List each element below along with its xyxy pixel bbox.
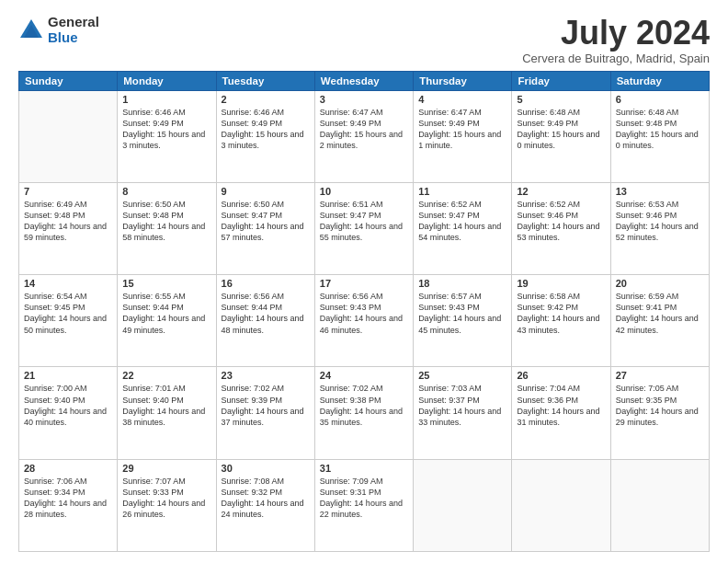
day-info: Sunrise: 6:48 AM Sunset: 9:49 PM Dayligh… [517,107,605,152]
table-row: 29Sunrise: 7:07 AM Sunset: 9:33 PM Dayli… [118,459,216,551]
table-row [512,459,610,551]
calendar-header-row: Sunday Monday Tuesday Wednesday Thursday… [19,71,710,90]
day-number: 1 [122,94,210,105]
table-row: 26Sunrise: 7:04 AM Sunset: 9:36 PM Dayli… [512,367,610,459]
calendar-week-row: 7Sunrise: 6:49 AM Sunset: 9:48 PM Daylig… [19,182,710,274]
day-info: Sunrise: 7:07 AM Sunset: 9:33 PM Dayligh… [122,476,210,521]
day-number: 5 [517,94,605,105]
table-row: 11Sunrise: 6:52 AM Sunset: 9:47 PM Dayli… [414,182,512,274]
day-info: Sunrise: 6:58 AM Sunset: 9:42 PM Dayligh… [517,291,605,336]
day-number: 11 [418,186,506,197]
day-info: Sunrise: 7:03 AM Sunset: 9:37 PM Dayligh… [418,383,506,428]
day-number: 12 [517,186,605,197]
day-info: Sunrise: 7:02 AM Sunset: 9:38 PM Dayligh… [320,383,408,428]
day-number: 4 [418,94,506,105]
header: General Blue July 2024 Cervera de Buitra… [18,15,710,65]
day-info: Sunrise: 7:01 AM Sunset: 9:40 PM Dayligh… [122,383,210,428]
day-info: Sunrise: 6:49 AM Sunset: 9:48 PM Dayligh… [24,199,112,244]
table-row [19,90,118,182]
day-number: 23 [222,370,310,381]
table-row [414,459,512,551]
day-number: 15 [122,278,210,289]
table-row: 22Sunrise: 7:01 AM Sunset: 9:40 PM Dayli… [118,367,216,459]
table-row: 31Sunrise: 7:09 AM Sunset: 9:31 PM Dayli… [314,459,413,551]
table-row: 3Sunrise: 6:47 AM Sunset: 9:49 PM Daylig… [314,90,413,182]
table-row: 12Sunrise: 6:52 AM Sunset: 9:46 PM Dayli… [512,182,610,274]
day-info: Sunrise: 7:08 AM Sunset: 9:32 PM Dayligh… [222,476,310,521]
day-info: Sunrise: 6:52 AM Sunset: 9:47 PM Dayligh… [418,199,506,244]
day-number: 17 [320,278,408,289]
table-row: 21Sunrise: 7:00 AM Sunset: 9:40 PM Dayli… [19,367,118,459]
day-number: 16 [222,278,310,289]
day-number: 21 [24,370,112,381]
table-row: 28Sunrise: 7:06 AM Sunset: 9:34 PM Dayli… [19,459,118,551]
day-number: 26 [517,370,605,381]
table-row: 23Sunrise: 7:02 AM Sunset: 9:39 PM Dayli… [216,367,314,459]
day-number: 29 [122,463,210,474]
day-number: 6 [616,94,704,105]
day-info: Sunrise: 6:50 AM Sunset: 9:47 PM Dayligh… [222,199,310,244]
day-number: 10 [320,186,408,197]
day-info: Sunrise: 6:54 AM Sunset: 9:45 PM Dayligh… [24,291,112,336]
day-number: 9 [222,186,310,197]
table-row: 14Sunrise: 6:54 AM Sunset: 9:45 PM Dayli… [19,275,118,367]
table-row: 5Sunrise: 6:48 AM Sunset: 9:49 PM Daylig… [512,90,610,182]
table-row: 4Sunrise: 6:47 AM Sunset: 9:49 PM Daylig… [414,90,512,182]
day-info: Sunrise: 6:52 AM Sunset: 9:46 PM Dayligh… [517,199,605,244]
logo: General Blue [18,15,99,45]
day-number: 25 [418,370,506,381]
title-block: July 2024 Cervera de Buitrago, Madrid, S… [522,15,710,65]
location: Cervera de Buitrago, Madrid, Spain [522,52,710,65]
day-info: Sunrise: 6:53 AM Sunset: 9:46 PM Dayligh… [616,199,704,244]
day-number: 2 [222,94,310,105]
day-info: Sunrise: 6:47 AM Sunset: 9:49 PM Dayligh… [320,107,408,152]
page: General Blue July 2024 Cervera de Buitra… [0,0,728,563]
calendar-table: Sunday Monday Tuesday Wednesday Thursday… [18,71,710,552]
table-row: 27Sunrise: 7:05 AM Sunset: 9:35 PM Dayli… [610,367,709,459]
day-info: Sunrise: 6:56 AM Sunset: 9:44 PM Dayligh… [222,291,310,336]
table-row: 13Sunrise: 6:53 AM Sunset: 9:46 PM Dayli… [610,182,709,274]
day-number: 14 [24,278,112,289]
table-row: 20Sunrise: 6:59 AM Sunset: 9:41 PM Dayli… [610,275,709,367]
day-info: Sunrise: 6:56 AM Sunset: 9:43 PM Dayligh… [320,291,408,336]
col-tuesday: Tuesday [216,71,314,90]
table-row: 10Sunrise: 6:51 AM Sunset: 9:47 PM Dayli… [314,182,413,274]
day-number: 27 [616,370,704,381]
calendar-week-row: 21Sunrise: 7:00 AM Sunset: 9:40 PM Dayli… [19,367,710,459]
table-row [610,459,709,551]
col-saturday: Saturday [610,71,709,90]
day-info: Sunrise: 7:09 AM Sunset: 9:31 PM Dayligh… [320,476,408,521]
logo-blue-text: Blue [48,30,99,46]
table-row: 15Sunrise: 6:55 AM Sunset: 9:44 PM Dayli… [118,275,216,367]
table-row: 16Sunrise: 6:56 AM Sunset: 9:44 PM Dayli… [216,275,314,367]
calendar-week-row: 14Sunrise: 6:54 AM Sunset: 9:45 PM Dayli… [19,275,710,367]
day-number: 13 [616,186,704,197]
month-title: July 2024 [522,15,710,52]
day-number: 24 [320,370,408,381]
day-info: Sunrise: 7:06 AM Sunset: 9:34 PM Dayligh… [24,476,112,521]
table-row: 19Sunrise: 6:58 AM Sunset: 9:42 PM Dayli… [512,275,610,367]
day-number: 28 [24,463,112,474]
day-info: Sunrise: 7:02 AM Sunset: 9:39 PM Dayligh… [222,383,310,428]
table-row: 8Sunrise: 6:50 AM Sunset: 9:48 PM Daylig… [118,182,216,274]
table-row: 2Sunrise: 6:46 AM Sunset: 9:49 PM Daylig… [216,90,314,182]
day-info: Sunrise: 6:47 AM Sunset: 9:49 PM Dayligh… [418,107,506,152]
table-row: 6Sunrise: 6:48 AM Sunset: 9:48 PM Daylig… [610,90,709,182]
table-row: 9Sunrise: 6:50 AM Sunset: 9:47 PM Daylig… [216,182,314,274]
day-number: 18 [418,278,506,289]
day-info: Sunrise: 7:05 AM Sunset: 9:35 PM Dayligh… [616,383,704,428]
table-row: 24Sunrise: 7:02 AM Sunset: 9:38 PM Dayli… [314,367,413,459]
table-row: 7Sunrise: 6:49 AM Sunset: 9:48 PM Daylig… [19,182,118,274]
day-number: 31 [320,463,408,474]
day-number: 22 [122,370,210,381]
day-info: Sunrise: 6:59 AM Sunset: 9:41 PM Dayligh… [616,291,704,336]
day-info: Sunrise: 6:51 AM Sunset: 9:47 PM Dayligh… [320,199,408,244]
day-info: Sunrise: 7:04 AM Sunset: 9:36 PM Dayligh… [517,383,605,428]
day-number: 8 [122,186,210,197]
col-thursday: Thursday [414,71,512,90]
logo-general-text: General [48,15,99,30]
col-sunday: Sunday [19,71,118,90]
day-info: Sunrise: 6:46 AM Sunset: 9:49 PM Dayligh… [222,107,310,152]
logo-icon [18,17,44,43]
table-row: 1Sunrise: 6:46 AM Sunset: 9:49 PM Daylig… [118,90,216,182]
